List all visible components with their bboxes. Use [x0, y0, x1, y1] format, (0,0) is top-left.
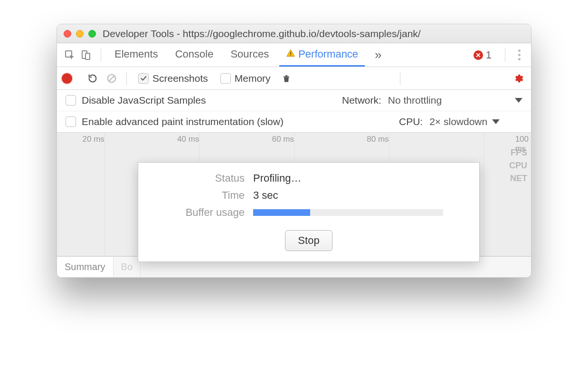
chevron-down-icon	[492, 119, 500, 124]
time-label: Time	[150, 189, 245, 202]
settings-row-1: Disable JavaScript Samples Network: No t…	[57, 90, 531, 111]
tab-list: Elements Console Sources Performance »	[108, 43, 388, 67]
ruler-tick: 80 ms	[367, 135, 389, 144]
net-lane-label: NET	[509, 174, 527, 184]
tab-performance[interactable]: Performance	[279, 43, 365, 67]
svg-line-6	[109, 76, 114, 81]
memory-option: Memory	[216, 73, 275, 84]
tab-elements[interactable]: Elements	[108, 43, 165, 67]
error-icon: ✕	[474, 50, 483, 60]
cpu-throttle-control[interactable]: CPU: 2× slowdown	[399, 116, 522, 127]
summary-tab-label: Summary	[65, 262, 105, 272]
traffic-lights	[64, 30, 96, 38]
lane-labels: FPS CPU NET	[509, 148, 527, 184]
toggle-device-icon[interactable]	[78, 47, 94, 63]
error-count-badge[interactable]: ✕ 1	[467, 43, 498, 67]
cpu-value: 2× slowdown	[429, 116, 487, 127]
network-value: No throttling	[388, 95, 442, 106]
tab-console[interactable]: Console	[169, 43, 220, 67]
memory-checkbox[interactable]	[220, 73, 231, 84]
status-label: Status	[150, 172, 245, 184]
performance-toolbar: Screenshots Memory	[57, 67, 531, 90]
svg-rect-4	[290, 55, 291, 56]
minimize-window-button[interactable]	[76, 30, 84, 38]
disable-js-samples-checkbox[interactable]	[66, 95, 76, 106]
tab-label: Sources	[230, 48, 269, 60]
devtools-window: Developer Tools - https://googlechrome.g…	[57, 24, 531, 278]
garbage-collect-button[interactable]	[278, 70, 294, 87]
buffer-usage-label: Buffer usage	[150, 206, 245, 219]
profiling-dialog: Status Profiling… Time 3 sec Buffer usag…	[138, 162, 480, 262]
time-ruler: 20 ms 40 ms 60 ms 80 ms 100 ms	[57, 133, 531, 147]
cpu-lane-label: CPU	[509, 161, 527, 171]
panel-tabs-row: Elements Console Sources Performance » ✕…	[57, 43, 531, 67]
next-tab-truncated[interactable]: Bo	[114, 257, 141, 277]
screenshots-checkbox[interactable]	[138, 73, 149, 84]
screenshots-label: Screenshots	[152, 73, 208, 84]
close-window-button[interactable]	[64, 30, 71, 38]
window-title: Developer Tools - https://googlechrome.g…	[103, 28, 524, 39]
warning-icon	[286, 48, 295, 61]
tab-sources[interactable]: Sources	[224, 43, 275, 67]
settings-row-2: Enable advanced paint instrumentation (s…	[57, 111, 531, 133]
zoom-window-button[interactable]	[88, 30, 96, 38]
error-count: 1	[486, 49, 492, 61]
time-value: 3 sec	[253, 189, 468, 202]
devtools-menu-button[interactable]	[512, 43, 526, 67]
record-button[interactable]	[62, 73, 72, 84]
tab-label: Elements	[114, 48, 158, 60]
chevron-down-icon	[515, 98, 522, 103]
tab-label: Performance	[298, 48, 358, 60]
network-throttle-control[interactable]: Network: No throttling	[342, 95, 522, 106]
reload-record-button[interactable]	[85, 70, 101, 87]
cpu-label: CPU:	[399, 116, 423, 127]
titlebar: Developer Tools - https://googlechrome.g…	[57, 24, 531, 43]
tab-label: Console	[175, 48, 214, 60]
buffer-usage-bar	[253, 209, 443, 216]
ruler-tick: 20 ms	[83, 135, 104, 144]
stop-button-label: Stop	[298, 234, 319, 246]
svg-rect-3	[290, 52, 291, 54]
network-label: Network:	[342, 95, 381, 106]
screenshots-option: Screenshots	[133, 73, 213, 84]
capture-settings-button[interactable]	[510, 70, 526, 87]
enable-paint-instrumentation-checkbox[interactable]	[66, 116, 76, 127]
svg-rect-2	[85, 53, 90, 59]
inspect-element-icon[interactable]	[62, 47, 78, 63]
enable-paint-instrumentation-label: Enable advanced paint instrumentation (s…	[82, 116, 284, 127]
summary-tab[interactable]: Summary	[57, 257, 114, 277]
next-tab-label: Bo	[121, 262, 133, 272]
fps-lane-label: FPS	[509, 148, 527, 158]
memory-label: Memory	[235, 73, 271, 84]
ruler-tick: 60 ms	[272, 135, 294, 144]
status-value: Profiling…	[253, 172, 468, 184]
clear-recording-button[interactable]	[104, 70, 120, 87]
more-tabs-button[interactable]: »	[369, 43, 388, 67]
stop-button[interactable]: Stop	[285, 230, 332, 251]
ruler-tick: 40 ms	[177, 135, 199, 144]
disable-js-samples-label: Disable JavaScript Samples	[82, 95, 206, 106]
